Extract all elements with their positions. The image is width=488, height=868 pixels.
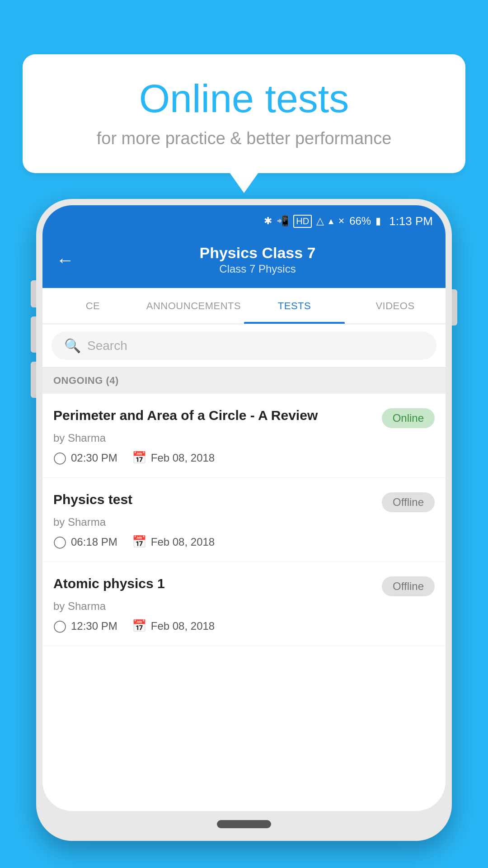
header-breadcrumb: Class 7 Physics [83, 263, 432, 275]
search-bar: 🔍 Search [42, 324, 446, 368]
test-date: 📅 Feb 08, 2018 [132, 535, 215, 549]
test-item[interactable]: Perimeter and Area of a Circle - A Revie… [42, 394, 446, 478]
section-header: ONGOING (4) [42, 368, 446, 394]
phone-btn-left1 [31, 280, 36, 307]
test-time-value: 06:18 PM [71, 536, 117, 548]
section-label: ONGOING (4) [53, 375, 119, 386]
calendar-icon: 📅 [132, 535, 146, 549]
speech-bubble: Online tests for more practice & better … [23, 54, 465, 173]
battery-percent: 66% [349, 215, 371, 227]
test-date: 📅 Feb 08, 2018 [132, 619, 215, 633]
test-status-badge: Offline [382, 492, 435, 512]
tab-tests[interactable]: TESTS [244, 288, 345, 324]
phone-btn-left3 [31, 362, 36, 398]
no-sim-icon: ✕ [338, 216, 345, 226]
test-name: Physics test [53, 491, 375, 508]
test-item-top: Physics test Offline [53, 491, 435, 512]
status-bar: ✱ 📲 HD △ ▴ ✕ 66% ▮ 1:13 PM [42, 205, 446, 237]
search-icon: 🔍 [64, 338, 81, 354]
test-status-badge: Online [382, 408, 435, 428]
test-time: ◯ 12:30 PM [53, 619, 117, 633]
test-date-value: Feb 08, 2018 [151, 536, 215, 548]
test-item-top: Perimeter and Area of a Circle - A Revie… [53, 406, 435, 428]
bubble-subtitle: for more practice & better performance [50, 129, 438, 148]
test-time-value: 12:30 PM [71, 620, 117, 632]
bluetooth-icon: ✱ [264, 215, 272, 227]
battery-icon: ▮ [375, 215, 381, 227]
status-icons: ✱ 📲 HD △ ▴ ✕ 66% ▮ 1:13 PM [264, 214, 433, 228]
phone-home-indicator [217, 820, 271, 828]
search-input-wrap[interactable]: 🔍 Search [52, 331, 436, 360]
wifi-icon: △ [316, 215, 324, 227]
test-date: 📅 Feb 08, 2018 [132, 451, 215, 465]
test-name: Atomic physics 1 [53, 575, 375, 592]
vibrate-icon: 📲 [277, 215, 289, 227]
tab-videos[interactable]: VIDEOS [345, 288, 446, 324]
phone-outer: ✱ 📲 HD △ ▴ ✕ 66% ▮ 1:13 PM [36, 199, 452, 841]
clock-icon: ◯ [53, 535, 66, 549]
calendar-icon: 📅 [132, 619, 146, 633]
clock-icon: ◯ [53, 451, 66, 465]
test-meta: ◯ 12:30 PM 📅 Feb 08, 2018 [53, 619, 435, 633]
test-item[interactable]: Physics test Offline by Sharma ◯ 06:18 P… [42, 478, 446, 562]
test-meta: ◯ 02:30 PM 📅 Feb 08, 2018 [53, 451, 435, 465]
test-author: by Sharma [53, 600, 435, 613]
test-date-value: Feb 08, 2018 [151, 452, 215, 464]
tab-ce[interactable]: CE [42, 288, 143, 324]
test-author: by Sharma [53, 432, 435, 444]
app-header: ← Physics Class 7 Class 7 Physics [42, 237, 446, 288]
status-time: 1:13 PM [389, 214, 433, 228]
test-item[interactable]: Atomic physics 1 Offline by Sharma ◯ 12:… [42, 562, 446, 646]
bubble-title: Online tests [50, 77, 438, 121]
test-name: Perimeter and Area of a Circle - A Revie… [53, 406, 375, 424]
test-author: by Sharma [53, 516, 435, 528]
test-item-top: Atomic physics 1 Offline [53, 575, 435, 596]
phone-screen: ✱ 📲 HD △ ▴ ✕ 66% ▮ 1:13 PM [42, 205, 446, 811]
search-placeholder: Search [87, 339, 127, 353]
test-time-value: 02:30 PM [71, 452, 117, 464]
phone-btn-left2 [31, 316, 36, 353]
test-date-value: Feb 08, 2018 [151, 620, 215, 632]
test-time: ◯ 02:30 PM [53, 451, 117, 465]
test-time: ◯ 06:18 PM [53, 535, 117, 549]
header-title: Physics Class 7 [83, 244, 432, 262]
phone-wrapper: ✱ 📲 HD △ ▴ ✕ 66% ▮ 1:13 PM [36, 199, 452, 868]
test-meta: ◯ 06:18 PM 📅 Feb 08, 2018 [53, 535, 435, 549]
hd-icon: HD [293, 215, 312, 228]
test-status-badge: Offline [382, 576, 435, 596]
header-title-group: Physics Class 7 Class 7 Physics [83, 244, 432, 275]
signal-icon: ▴ [328, 215, 333, 227]
clock-icon: ◯ [53, 619, 66, 633]
calendar-icon: 📅 [132, 451, 146, 465]
tab-announcements[interactable]: ANNOUNCEMENTS [143, 288, 244, 324]
back-button[interactable]: ← [56, 251, 74, 269]
tab-bar: CE ANNOUNCEMENTS TESTS VIDEOS [42, 288, 446, 324]
phone-btn-right [452, 289, 457, 326]
